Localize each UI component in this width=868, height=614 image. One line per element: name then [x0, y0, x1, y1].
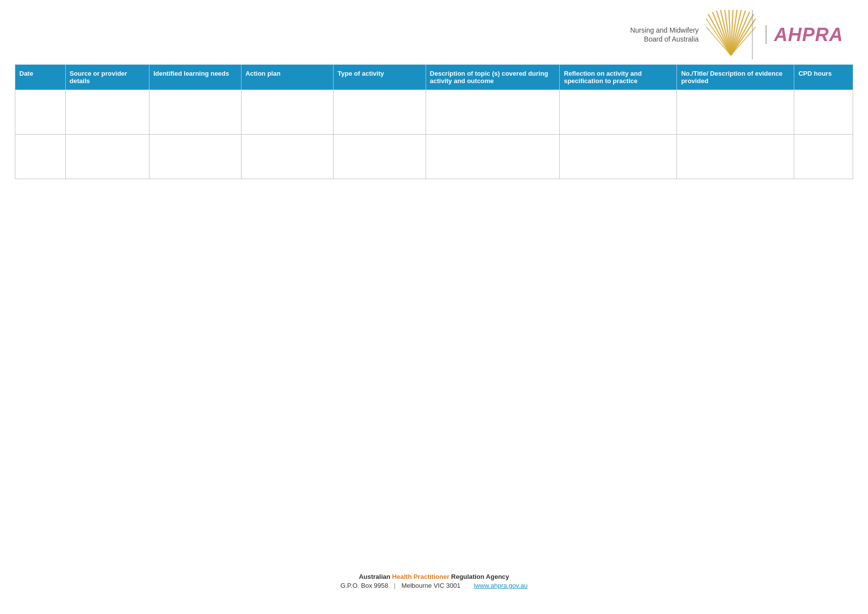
table-cell-r0-c3[interactable] — [241, 90, 334, 135]
footer-line2: G.P.O. Box 9958 | Melbourne VIC 3001 lww… — [0, 582, 868, 589]
footer-agency-suffix: Regulation Agency — [449, 573, 509, 580]
page-footer: Australian Health Practitioner Regulatio… — [0, 573, 868, 589]
col-header-notitle: No./Title/ Description of evidence provi… — [677, 65, 794, 90]
footer-pobox: G.P.O. Box 9958 — [340, 582, 388, 589]
sun-rays-icon — [706, 10, 756, 59]
table-row — [15, 135, 853, 179]
footer-city: Melbourne VIC 3001 — [401, 582, 460, 589]
table-cell-r1-c5[interactable] — [426, 135, 560, 179]
table-body — [15, 90, 853, 179]
table-row — [15, 90, 853, 135]
col-header-source: Source or provider details — [65, 65, 149, 90]
table-cell-r0-c5[interactable] — [426, 90, 560, 135]
table-cell-r1-c7[interactable] — [677, 135, 794, 179]
footer-divider: | — [394, 582, 395, 589]
page-header: Nursing and Midwifery Board of Australia — [15, 10, 853, 59]
col-header-reflection: Reflection on activity and specification… — [560, 65, 677, 90]
ahpra-logo-text: AHPRA — [766, 25, 843, 44]
nmba-title: Nursing and Midwifery Board of Australia — [630, 26, 699, 44]
table-cell-r0-c0[interactable] — [15, 90, 66, 135]
table-cell-r1-c2[interactable] — [149, 135, 241, 179]
table-cell-r0-c4[interactable] — [334, 90, 426, 135]
nmba-logo-block: Nursing and Midwifery Board of Australia — [630, 26, 699, 44]
svg-line-13 — [706, 17, 731, 55]
table-cell-r0-c7[interactable] — [677, 90, 794, 135]
table-cell-r0-c6[interactable] — [560, 90, 677, 135]
footer-spacer — [466, 582, 468, 589]
nmba-line2: Board of Australia — [630, 35, 699, 44]
table-cell-r0-c1[interactable] — [65, 90, 149, 135]
page: Nursing and Midwifery Board of Australia — [0, 0, 868, 614]
cpd-table: Date Source or provider details Identifi… — [15, 64, 853, 179]
table-cell-r1-c6[interactable] — [560, 135, 677, 179]
footer-line1: Australian Health Practitioner Regulatio… — [0, 573, 868, 580]
table-cell-r0-c2[interactable] — [149, 90, 241, 135]
table-cell-r1-c0[interactable] — [15, 135, 66, 179]
footer-link[interactable]: lwww.ahpra.gov.au — [474, 582, 528, 589]
col-header-cpd: CPD hours — [794, 65, 853, 90]
col-header-identified: Identified learning needs — [149, 65, 241, 90]
col-header-description: Description of topic (s) covered during … — [426, 65, 560, 90]
logo-area: Nursing and Midwifery Board of Australia — [630, 10, 843, 59]
table-cell-r1-c1[interactable] — [65, 135, 149, 179]
nmba-line1: Nursing and Midwifery — [630, 26, 699, 35]
table-cell-r1-c3[interactable] — [241, 135, 334, 179]
table-cell-r1-c4[interactable] — [334, 135, 426, 179]
table-cell-r0-c8[interactable] — [794, 90, 853, 135]
table-header-row: Date Source or provider details Identifi… — [15, 65, 853, 90]
col-header-action: Action plan — [241, 65, 334, 90]
footer-agency-prefix: Australian — [359, 573, 392, 580]
col-header-date: Date — [15, 65, 66, 90]
col-header-type: Type of activity — [334, 65, 426, 90]
footer-health-text: Health Practitioner — [392, 573, 449, 580]
table-cell-r1-c8[interactable] — [794, 135, 853, 179]
